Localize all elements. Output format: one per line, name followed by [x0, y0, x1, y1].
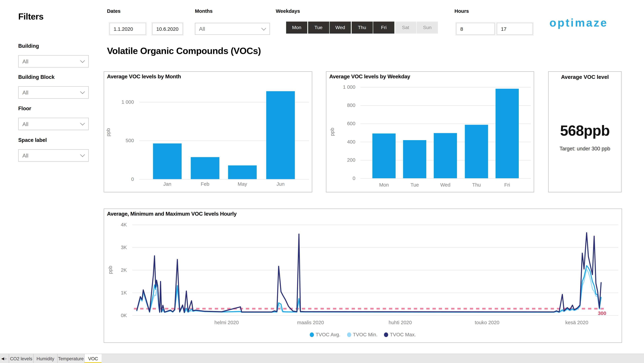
x-tick-label: Feb: [188, 181, 222, 187]
y-tick-label: 800: [335, 102, 355, 108]
y-tick-label: 3K: [121, 244, 127, 250]
weekday-button-tue[interactable]: Tue: [308, 22, 329, 34]
y-axis-title: ppb: [106, 116, 111, 149]
bar-tue[interactable]: [403, 140, 426, 178]
bar-wed[interactable]: [434, 133, 457, 178]
series-line-tvoc-min-: [137, 269, 601, 313]
x-tick-label: touko 2020: [475, 320, 499, 325]
date-start-input[interactable]: 1.1.2020: [110, 23, 146, 35]
bar-jun[interactable]: [266, 91, 295, 179]
report-page: Filters Dates 1.1.2020 10.6.2020 Months …: [0, 0, 644, 363]
x-tick-label: Jan: [151, 181, 184, 187]
tab-temperature[interactable]: Temperature: [57, 354, 84, 363]
tab-nav-left-icon[interactable]: ◀: [1, 357, 4, 360]
chart-card-voc-by-month: Average VOC levels by Monthppb05001 000J…: [104, 71, 312, 192]
hour-start-input[interactable]: 8: [456, 23, 494, 35]
y-tick-label: 1K: [121, 290, 127, 296]
weekday-button-fri[interactable]: Fri: [373, 22, 394, 34]
y-tick-label: 0: [335, 175, 355, 181]
kpi-card-average-voc: Average VOC level 568ppb Target: under 3…: [548, 71, 622, 192]
tab-voc[interactable]: VOC: [84, 354, 102, 363]
sidebar-filter-floor: FloorAll: [18, 106, 89, 130]
y-tick-label: 0: [113, 176, 134, 182]
weekday-button-sat[interactable]: Sat: [395, 22, 416, 34]
x-tick-label: huhti 2020: [389, 320, 412, 325]
y-tick-label: 2K: [121, 267, 127, 273]
date-end-value: 10.6.2020: [156, 26, 178, 32]
legend-label: TVOC Max.: [390, 332, 416, 338]
x-tick-label: Fri: [490, 182, 524, 188]
kpi-title: Average VOC level: [549, 74, 621, 80]
x-tick-label: Jun: [264, 181, 297, 187]
chevron-down-icon: [262, 26, 266, 30]
bar-feb[interactable]: [191, 157, 219, 179]
sidebar-filter-space-label: Space labelAll: [18, 137, 89, 162]
bar-thu[interactable]: [465, 125, 488, 178]
sidebar-filter-dropdown[interactable]: All: [18, 149, 89, 162]
sidebar-filter-value: All: [22, 90, 28, 96]
months-slicer-label: Months: [195, 8, 212, 14]
tab-humidity[interactable]: Humidity: [33, 354, 57, 363]
y-tick-label: 4K: [121, 222, 127, 228]
x-tick-label: helmi 2020: [214, 320, 239, 325]
x-tick-label: Mon: [368, 182, 400, 188]
filters-heading: Filters: [18, 12, 44, 22]
weekdays-slicer-label: Weekdays: [276, 8, 300, 14]
optimaze-logo: optimaze: [550, 17, 608, 30]
weekday-button-mon[interactable]: Mon: [286, 22, 307, 34]
sidebar-filter-value: All: [22, 58, 28, 64]
date-start-value: 1.1.2020: [114, 26, 133, 32]
gridline: [360, 87, 531, 88]
chevron-down-icon: [80, 152, 85, 157]
x-tick-label: May: [226, 181, 259, 187]
y-tick-label: 1 000: [335, 84, 355, 90]
gridline: [139, 179, 309, 180]
legend-label: TVOC Avg.: [316, 332, 340, 338]
bar-may[interactable]: [228, 165, 257, 179]
sidebar-filter-building: BuildingAll: [18, 43, 89, 68]
months-dropdown[interactable]: All: [195, 23, 270, 35]
chart-title: Average VOC levels by Month: [107, 74, 181, 80]
sidebar-filter-value: All: [22, 121, 28, 127]
legend-item-tvoc-avg-[interactable]: TVOC Avg.: [310, 332, 340, 338]
hour-end-value: 17: [501, 26, 506, 32]
bar-mon[interactable]: [372, 134, 396, 178]
legend: TVOC Avg.TVOC Min.TVOC Max.: [104, 332, 622, 338]
months-dropdown-value: All: [199, 26, 205, 32]
weekday-button-thu[interactable]: Thu: [352, 22, 373, 34]
x-tick-label: Wed: [429, 182, 462, 188]
y-tick-label: 200: [335, 157, 355, 163]
tab-co2-levels[interactable]: CO2 levels: [9, 354, 33, 363]
date-end-input[interactable]: 10.6.2020: [152, 23, 183, 35]
chevron-down-icon: [80, 58, 85, 63]
y-tick-label: 500: [113, 138, 134, 144]
chart-card-voc-by-weekday: Average VOC levels by Weekdayppb02004006…: [326, 71, 534, 192]
gridline: [360, 178, 531, 179]
hour-end-input[interactable]: 17: [497, 23, 533, 35]
y-tick-label: 400: [335, 139, 355, 145]
legend-item-tvoc-max-[interactable]: TVOC Max.: [384, 332, 416, 338]
x-tick-label: Thu: [460, 182, 493, 188]
weekday-button-wed[interactable]: Wed: [330, 22, 351, 34]
legend-dot-icon: [347, 332, 351, 337]
sidebar-filter-value: All: [22, 152, 28, 159]
kpi-target: Target: under 300 ppb: [549, 146, 621, 152]
sidebar-filter-building-block: Building BlockAll: [18, 74, 89, 99]
tab-nav-right-icon[interactable]: ▶: [4, 357, 8, 360]
series-line-tvoc-max-: [137, 233, 601, 312]
legend-item-tvoc-min-[interactable]: TVOC Min.: [347, 332, 378, 338]
sidebar-filter-label: Space label: [18, 137, 89, 143]
sidebar-filter-dropdown[interactable]: All: [18, 118, 89, 130]
sidebar-filter-label: Floor: [18, 106, 89, 112]
page-title: Volatile Organic Compounds (VOCs): [107, 46, 261, 56]
y-tick-label: 1 000: [113, 99, 134, 105]
bar-jan[interactable]: [153, 144, 182, 179]
kpi-value: 568ppb: [549, 122, 621, 139]
x-tick-label: Tue: [398, 182, 431, 188]
sidebar-filter-dropdown[interactable]: All: [18, 86, 89, 99]
sidebar-filter-dropdown[interactable]: All: [18, 55, 89, 68]
hour-start-value: 8: [460, 26, 463, 32]
weekday-button-sun[interactable]: Sun: [417, 22, 438, 34]
bar-fri[interactable]: [496, 89, 519, 178]
x-tick-label: maalis 2020: [297, 320, 324, 325]
